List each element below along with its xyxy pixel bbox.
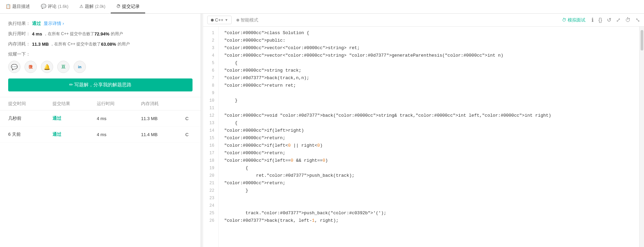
col-header-result: 提交结果	[52, 101, 97, 107]
right-panel: C++ ▼ 智能模式 ⏱ 模拟面试 ℹ {} ↺ ⤢ ⏱	[203, 14, 644, 247]
code-line: "color:#0000cc">class Solution {	[224, 29, 639, 37]
tab-submissions[interactable]: ⏱ 提交记录	[111, 0, 145, 13]
col-header-memory: 内存消耗	[141, 101, 185, 107]
table-row[interactable]: 6 天前 通过 4 ms 11.4 MB C	[0, 127, 201, 143]
solutions-badge: (2.0k)	[95, 4, 106, 9]
show-detail-link[interactable]: 显示详情 ›	[44, 20, 64, 27]
share-icons-group: 💬 微 🔔 豆 in	[8, 61, 193, 73]
table-row[interactable]: 几秒前 通过 4 ms 11.3 MB C	[0, 111, 201, 127]
line-number: 3	[203, 44, 218, 52]
line-number: 16	[203, 142, 218, 149]
undo-icon[interactable]: ↺	[607, 17, 611, 23]
line-number: 18	[203, 157, 218, 164]
code-editor[interactable]: 1234567891011121314151617181920212223242…	[203, 27, 644, 247]
mem-suffix: 的用户	[118, 41, 130, 47]
mem-pct: 63.08%	[101, 42, 116, 47]
exec-time-pct: 72.94%	[94, 31, 109, 37]
language-selector[interactable]: C++ ▼	[207, 16, 232, 24]
tab-comments-label: 评论	[48, 3, 57, 10]
lang-dot	[211, 19, 214, 21]
exec-result-label: 执行结果：	[8, 20, 32, 27]
exec-time-label: 执行用时：	[8, 31, 32, 37]
smart-mode-dot	[236, 19, 239, 21]
col-header-runtime: 运行时间	[97, 101, 141, 107]
line-number: 1	[203, 29, 218, 37]
exec-time-row: 执行用时： 4 ms ，在所有 C++ 提交中击败了 72.94% 的用户	[8, 31, 193, 37]
code-line	[224, 89, 639, 97]
mem-row: 内存消耗： 11.3 MB ，在所有 C++ 提交中击败了 63.08% 的用户	[8, 41, 193, 47]
line-number: 13	[203, 119, 218, 127]
row1-runtime: 4 ms	[97, 116, 141, 121]
fullscreen-icon[interactable]: ⤡	[635, 17, 640, 23]
code-line: "color:#0000cc">if(left==0 && right==0)	[224, 157, 639, 164]
format-icon[interactable]: {}	[598, 17, 602, 23]
code-line	[224, 104, 639, 112]
code-line: "color:#0000cc">void "color:#0d7377">bac…	[224, 112, 639, 119]
tab-solutions-label: 题解	[85, 3, 94, 10]
col-header-extra	[185, 101, 201, 107]
row1-lang: C	[185, 116, 201, 121]
share-wechat-button[interactable]: 💬	[8, 61, 20, 73]
pass-status: 通过	[32, 20, 41, 27]
code-line: "color:#0000cc">return ret;	[224, 82, 639, 89]
share-bell-button[interactable]: 🔔	[41, 61, 53, 73]
language-label: C++	[215, 17, 224, 23]
code-line: "color:#0000cc">return;	[224, 134, 639, 142]
code-line: "color:#0000cc">if(left<0 || right<0)	[224, 142, 639, 149]
solutions-icon: ⚠	[79, 4, 83, 9]
line-number: 15	[203, 134, 218, 142]
row1-result: 通过	[52, 115, 97, 121]
timer-icon[interactable]: ⏱	[625, 17, 631, 23]
submissions-table: 提交时间 提交结果 运行时间 内存消耗 几秒前 通过 4 ms 11.3 MB …	[0, 97, 201, 247]
code-line: "color:#0d7377">back(track,n,n);	[224, 74, 639, 82]
exec-time-suffix: 的用户	[111, 31, 123, 37]
mock-interview-button[interactable]: ⏱ 模拟面试	[562, 17, 585, 23]
smart-mode-label: 智能模式	[241, 17, 258, 23]
share-douban-button[interactable]: 豆	[57, 61, 70, 73]
main-layout: 执行结果： 通过 显示详情 › 执行用时： 4 ms ，在所有 C++ 提交中击…	[0, 14, 644, 247]
tab-comments[interactable]: 💬 评论 (1.6k)	[35, 0, 74, 13]
code-content[interactable]: "color:#0000cc">class Solution {"color:#…	[219, 27, 639, 247]
write-solution-button[interactable]: ✏ 写题解，分享我的解题思路	[8, 78, 193, 91]
line-number: 10	[203, 97, 218, 104]
exec-time-value: 4 ms	[32, 31, 42, 37]
top-nav: 📋 题目描述 💬 评论 (1.6k) ⚠ 题解 (2.0k) ⏱ 提交记录	[0, 0, 644, 14]
tab-problem[interactable]: 📋 题目描述	[0, 0, 35, 13]
comments-icon: 💬	[41, 4, 46, 9]
line-number: 4	[203, 52, 218, 59]
result-area: 执行结果： 通过 显示详情 › 执行用时： 4 ms ，在所有 C++ 提交中击…	[0, 14, 201, 97]
row2-memory: 11.4 MB	[141, 132, 185, 137]
tab-solutions[interactable]: ⚠ 题解 (2.0k)	[74, 0, 111, 13]
exec-time-desc: ，在所有 C++ 提交中击败了	[44, 31, 94, 37]
share-weibo-button[interactable]: 微	[25, 61, 37, 73]
code-line: "color:#0000cc">vector<"color:#0000cc">s…	[224, 52, 639, 59]
code-line: {	[224, 164, 639, 172]
code-line: {	[224, 119, 639, 127]
line-number: 25	[203, 209, 218, 217]
code-line: {	[224, 59, 639, 67]
mem-value: 11.3 MB	[32, 42, 49, 47]
info-icon[interactable]: ℹ	[592, 17, 594, 23]
chevron-down-icon: ▼	[225, 18, 228, 22]
line-number: 24	[203, 202, 218, 209]
left-panel: 执行结果： 通过 显示详情 › 执行用时： 4 ms ，在所有 C++ 提交中击…	[0, 14, 201, 247]
line-number: 20	[203, 172, 218, 179]
line-number: 17	[203, 149, 218, 157]
submissions-icon: ⏱	[116, 4, 121, 9]
code-line: "color:#0000cc">vector<"color:#0000cc">s…	[224, 44, 639, 52]
mem-label: 内存消耗：	[8, 41, 32, 47]
expand-icon[interactable]: ⤢	[616, 17, 620, 23]
code-line	[224, 194, 639, 202]
table-header-row: 提交时间 提交结果 运行时间 内存消耗	[0, 97, 201, 111]
share-linkedin-button[interactable]: in	[74, 61, 86, 73]
mem-desc: ，在所有 C++ 提交中击败了	[50, 41, 101, 47]
scrollbar-thumb[interactable]	[641, 30, 643, 50]
row1-memory: 11.3 MB	[141, 116, 185, 121]
editor-scrollbar[interactable]	[639, 27, 644, 247]
line-number: 21	[203, 179, 218, 187]
comments-badge: (1.6k)	[58, 4, 68, 9]
problem-icon: 📋	[5, 4, 11, 9]
row2-runtime: 4 ms	[97, 132, 141, 137]
line-number: 8	[203, 82, 218, 89]
code-line: ret."color:#0d7377">push_back(track);	[224, 172, 639, 179]
